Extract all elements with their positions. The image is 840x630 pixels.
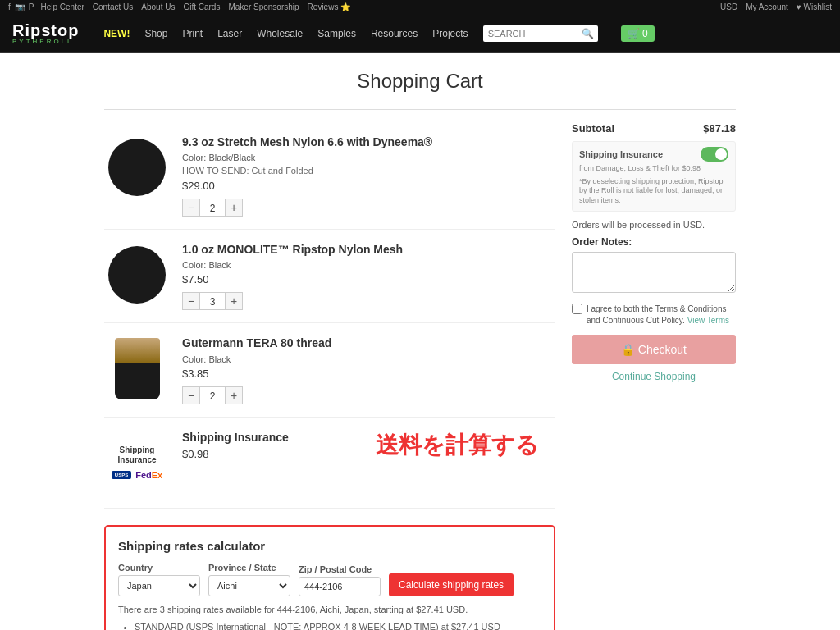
logo[interactable]: Ripstop BYTHEROLL [12, 22, 79, 45]
search-box[interactable]: 🔍 [483, 25, 598, 42]
item-2-qty-minus[interactable]: − [182, 292, 200, 310]
item-3-details: Gutermann TERA 80 thread Color: Black $3… [182, 336, 555, 404]
shipping-rates-list: STANDARD (USPS International - NOTE: APP… [118, 621, 541, 630]
product-circle-2 [108, 246, 166, 304]
calc-fields: Country Japan Province / State Aichi Zip… [118, 563, 541, 596]
insurance-note: *By deselecting shipping protection, Rip… [579, 177, 728, 206]
subtotal-label: Subtotal [572, 122, 614, 135]
item-2-qty-control: − 3 + [182, 292, 555, 310]
shipping-logos: USPS FedEx [112, 470, 162, 480]
country-select[interactable]: Japan [118, 575, 200, 596]
contact-link[interactable]: Contact Us [93, 2, 133, 11]
item-1-name: 9.3 oz Stretch Mesh Nylon 6.6 with Dynee… [182, 135, 555, 149]
item-2-qty-value: 3 [200, 292, 225, 310]
terms-row: I agree to both the Terms & Conditions a… [572, 304, 736, 326]
wishlist-link[interactable]: ♥ Wishlist [797, 2, 832, 11]
country-label: Country [118, 563, 200, 573]
item-3-name: Gutermann TERA 80 thread [182, 336, 555, 350]
cart-sidebar: Subtotal $87.18 Shipping Insurance from … [572, 122, 736, 382]
insurance-toggle-row: Shipping Insurance from Damage, Loss & T… [572, 141, 736, 212]
subtotal-value: $87.18 [703, 122, 736, 135]
search-icon: 🔍 [582, 28, 594, 39]
province-field: Province / State Aichi [208, 563, 290, 596]
calculate-shipping-button[interactable]: Calculate shipping rates [389, 573, 514, 596]
nav-laser[interactable]: Laser [217, 28, 242, 39]
product-circle-1 [108, 139, 166, 196]
table-row: 1.0 oz MONOLITE™ Ripstop Nylon Mesh Colo… [104, 230, 555, 323]
currency-selector[interactable]: USD [720, 2, 737, 11]
insurance-label: Shipping Insurance [579, 149, 663, 159]
province-select[interactable]: Aichi [208, 575, 290, 596]
nav-resources[interactable]: Resources [371, 28, 418, 39]
item-3-qty-control: − 2 + [182, 386, 555, 404]
item-1-method: HOW TO SEND: Cut and Folded [182, 166, 555, 176]
top-bar-right: USD My Account ♥ Wishlist [720, 2, 832, 11]
continue-shopping-link[interactable]: Continue Shopping [572, 371, 736, 382]
nav-samples[interactable]: Samples [317, 28, 356, 39]
my-account-link[interactable]: My Account [746, 2, 788, 11]
order-notes-input[interactable] [572, 252, 736, 293]
cart-layout: 9.3 oz Stretch Mesh Nylon 6.6 with Dynee… [104, 122, 736, 630]
table-row: 9.3 oz Stretch Mesh Nylon 6.6 with Dynee… [104, 122, 555, 230]
logo-text: Ripstop [12, 22, 79, 39]
item-1-qty-minus[interactable]: − [182, 199, 200, 217]
main-nav: Ripstop BYTHEROLL NEW! Shop Print Laser … [0, 14, 840, 53]
nav-shop[interactable]: Shop [144, 28, 167, 39]
shipping-label-text: Shipping Insurance [117, 445, 156, 465]
item-3-qty-value: 2 [200, 386, 225, 404]
view-terms-link[interactable]: View Terms [687, 316, 729, 325]
nav-print[interactable]: Print [182, 28, 203, 39]
item-3-qty-minus[interactable]: − [182, 386, 200, 404]
item-1-qty-plus[interactable]: + [225, 199, 243, 217]
about-link[interactable]: About Us [141, 2, 175, 11]
gift-cards-link[interactable]: Gift Cards [183, 2, 220, 11]
shipping-image: Shipping Insurance USPS FedEx [104, 430, 170, 495]
item-1-price: $29.00 [182, 180, 555, 192]
shipping-calculator: Shipping rates calculator Country Japan … [104, 525, 555, 630]
item-2-qty-plus[interactable]: + [225, 292, 243, 310]
nav-projects[interactable]: Projects [432, 28, 468, 39]
product-image-3 [104, 336, 170, 401]
product-thread-3 [115, 338, 160, 399]
terms-text: I agree to both the Terms & Conditions a… [587, 304, 736, 326]
item-1-color: Color: Black/Black [182, 153, 555, 162]
search-input[interactable] [488, 29, 578, 39]
logo-subtext: BYTHEROLL [12, 39, 79, 45]
zip-input[interactable] [299, 577, 381, 596]
item-3-price: $3.85 [182, 368, 555, 380]
table-row: Gutermann TERA 80 thread Color: Black $3… [104, 323, 555, 417]
checkout-button[interactable]: 🔒 Checkout [572, 335, 736, 364]
subtotal-row: Subtotal $87.18 [572, 122, 736, 135]
page-content: Shopping Cart 9.3 oz Stretch Mesh Nylon … [92, 70, 748, 630]
cart-icon[interactable]: 🛒 0 [621, 25, 655, 42]
reviews-link[interactable]: Reviews ⭐ [308, 2, 351, 11]
country-field: Country Japan [118, 563, 200, 596]
japanese-text-overlay: 送料を計算する [376, 430, 539, 461]
cart-divider [104, 109, 736, 110]
top-nav-links[interactable]: Help Center Contact Us About Us Gift Car… [40, 2, 350, 11]
nav-new[interactable]: NEW! [103, 28, 130, 39]
nav-wholesale[interactable]: Wholesale [257, 28, 303, 39]
help-center-link[interactable]: Help Center [40, 2, 84, 11]
sponsorship-link[interactable]: Maker Sponsorship [228, 2, 299, 11]
usd-note: Orders will be processed in USD. [572, 220, 736, 230]
item-1-qty-control: − 2 + [182, 199, 555, 217]
calc-title: Shipping rates calculator [118, 539, 541, 553]
pin-icon: P [29, 2, 34, 11]
nav-links: NEW! Shop Print Laser Wholesale Samples … [103, 25, 828, 42]
insurance-toggle[interactable] [701, 147, 728, 162]
insurance-header: Shipping Insurance [579, 147, 728, 162]
item-3-color: Color: Black [182, 354, 555, 364]
cart-items-list: 9.3 oz Stretch Mesh Nylon 6.6 with Dynee… [104, 122, 555, 630]
usps-logo: USPS [112, 471, 131, 479]
item-3-qty-plus[interactable]: + [225, 386, 243, 404]
item-1-qty-value: 2 [200, 199, 225, 217]
calc-result-text: There are 3 shipping rates available for… [118, 605, 541, 614]
item-2-price: $7.50 [182, 273, 555, 285]
terms-checkbox[interactable] [572, 304, 582, 314]
social-icons: f 📷 P [8, 2, 34, 11]
province-label: Province / State [208, 563, 290, 573]
shipping-item-wrapper: Shipping Insurance USPS FedEx Shipping I… [104, 418, 555, 509]
ig-icon: 📷 [15, 2, 25, 11]
page-title: Shopping Cart [104, 70, 736, 93]
